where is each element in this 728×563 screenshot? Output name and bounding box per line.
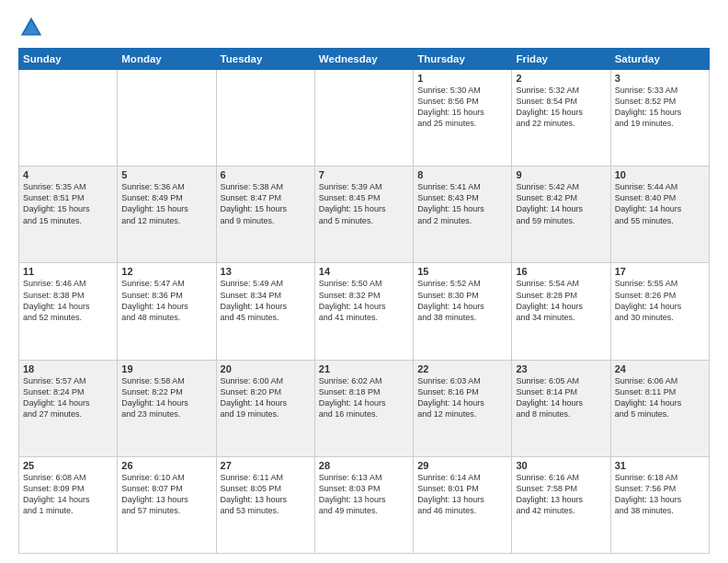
day-info: Sunrise: 5:49 AM Sunset: 8:34 PM Dayligh…	[221, 278, 311, 323]
calendar-cell: 10Sunrise: 5:44 AM Sunset: 8:40 PM Dayli…	[610, 167, 709, 263]
calendar-header-monday: Monday	[118, 49, 216, 70]
day-info: Sunrise: 5:32 AM Sunset: 8:54 PM Dayligh…	[516, 85, 606, 130]
day-info: Sunrise: 6:13 AM Sunset: 8:03 PM Dayligh…	[319, 472, 409, 517]
day-info: Sunrise: 6:16 AM Sunset: 7:58 PM Dayligh…	[516, 472, 606, 517]
calendar-cell: 24Sunrise: 6:06 AM Sunset: 8:11 PM Dayli…	[610, 360, 709, 456]
calendar-cell: 8Sunrise: 5:41 AM Sunset: 8:43 PM Daylig…	[414, 167, 512, 263]
calendar-cell: 4Sunrise: 5:35 AM Sunset: 8:51 PM Daylig…	[19, 167, 118, 263]
day-number: 26	[121, 460, 211, 471]
day-info: Sunrise: 6:18 AM Sunset: 7:56 PM Dayligh…	[615, 472, 705, 517]
calendar-week-row: 11Sunrise: 5:46 AM Sunset: 8:38 PM Dayli…	[19, 263, 710, 360]
day-info: Sunrise: 6:08 AM Sunset: 8:09 PM Dayligh…	[23, 472, 113, 517]
day-number: 2	[516, 73, 606, 84]
calendar-cell	[216, 70, 314, 167]
day-info: Sunrise: 5:57 AM Sunset: 8:24 PM Dayligh…	[23, 375, 113, 420]
day-number: 5	[121, 169, 211, 180]
day-info: Sunrise: 5:38 AM Sunset: 8:47 PM Dayligh…	[221, 181, 311, 226]
day-info: Sunrise: 5:36 AM Sunset: 8:49 PM Dayligh…	[121, 181, 211, 226]
day-info: Sunrise: 5:39 AM Sunset: 8:45 PM Dayligh…	[319, 181, 409, 226]
day-number: 31	[615, 460, 705, 471]
day-info: Sunrise: 6:02 AM Sunset: 8:18 PM Dayligh…	[319, 375, 409, 420]
day-info: Sunrise: 6:10 AM Sunset: 8:07 PM Dayligh…	[121, 472, 211, 517]
day-number: 27	[221, 460, 311, 471]
day-info: Sunrise: 5:54 AM Sunset: 8:28 PM Dayligh…	[516, 278, 606, 323]
header	[18, 15, 710, 40]
day-info: Sunrise: 5:35 AM Sunset: 8:51 PM Dayligh…	[23, 181, 113, 226]
calendar-cell: 20Sunrise: 6:00 AM Sunset: 8:20 PM Dayli…	[216, 360, 314, 456]
day-number: 20	[221, 363, 311, 374]
day-number: 25	[23, 460, 113, 471]
calendar-cell	[19, 70, 118, 167]
day-info: Sunrise: 6:11 AM Sunset: 8:05 PM Dayligh…	[221, 472, 311, 517]
calendar-cell: 7Sunrise: 5:39 AM Sunset: 8:45 PM Daylig…	[314, 167, 413, 263]
day-number: 28	[319, 460, 409, 471]
calendar-cell: 22Sunrise: 6:03 AM Sunset: 8:16 PM Dayli…	[414, 360, 512, 456]
day-info: Sunrise: 5:55 AM Sunset: 8:26 PM Dayligh…	[615, 278, 705, 323]
calendar-week-row: 18Sunrise: 5:57 AM Sunset: 8:24 PM Dayli…	[19, 360, 710, 456]
calendar-cell: 1Sunrise: 5:30 AM Sunset: 8:56 PM Daylig…	[414, 70, 512, 167]
calendar-cell: 29Sunrise: 6:14 AM Sunset: 8:01 PM Dayli…	[414, 456, 512, 553]
day-number: 13	[221, 266, 311, 277]
day-info: Sunrise: 6:00 AM Sunset: 8:20 PM Dayligh…	[221, 375, 311, 420]
day-number: 30	[516, 460, 606, 471]
calendar-cell: 30Sunrise: 6:16 AM Sunset: 7:58 PM Dayli…	[512, 456, 610, 553]
day-number: 15	[417, 266, 507, 277]
calendar-cell: 28Sunrise: 6:13 AM Sunset: 8:03 PM Dayli…	[314, 456, 413, 553]
calendar-cell: 18Sunrise: 5:57 AM Sunset: 8:24 PM Dayli…	[19, 360, 118, 456]
calendar-cell: 16Sunrise: 5:54 AM Sunset: 8:28 PM Dayli…	[512, 263, 610, 360]
calendar-header-row: SundayMondayTuesdayWednesdayThursdayFrid…	[19, 49, 710, 70]
day-info: Sunrise: 6:05 AM Sunset: 8:14 PM Dayligh…	[516, 375, 606, 420]
logo-icon	[18, 15, 44, 40]
calendar-week-row: 4Sunrise: 5:35 AM Sunset: 8:51 PM Daylig…	[19, 167, 710, 263]
calendar-cell: 21Sunrise: 6:02 AM Sunset: 8:18 PM Dayli…	[314, 360, 413, 456]
day-number: 21	[319, 363, 409, 374]
day-number: 12	[121, 266, 211, 277]
day-number: 9	[516, 169, 606, 180]
calendar-cell: 6Sunrise: 5:38 AM Sunset: 8:47 PM Daylig…	[216, 167, 314, 263]
day-number: 11	[23, 266, 113, 277]
day-number: 8	[417, 169, 507, 180]
calendar-cell: 23Sunrise: 6:05 AM Sunset: 8:14 PM Dayli…	[512, 360, 610, 456]
calendar-cell: 11Sunrise: 5:46 AM Sunset: 8:38 PM Dayli…	[19, 263, 118, 360]
calendar-header-tuesday: Tuesday	[216, 49, 314, 70]
calendar-cell: 13Sunrise: 5:49 AM Sunset: 8:34 PM Dayli…	[216, 263, 314, 360]
day-number: 24	[615, 363, 705, 374]
day-info: Sunrise: 5:41 AM Sunset: 8:43 PM Dayligh…	[417, 181, 507, 226]
calendar-header-saturday: Saturday	[610, 49, 709, 70]
day-number: 17	[615, 266, 705, 277]
day-number: 6	[221, 169, 311, 180]
day-info: Sunrise: 5:46 AM Sunset: 8:38 PM Dayligh…	[23, 278, 113, 323]
day-info: Sunrise: 5:44 AM Sunset: 8:40 PM Dayligh…	[615, 181, 705, 226]
day-info: Sunrise: 5:58 AM Sunset: 8:22 PM Dayligh…	[121, 375, 211, 420]
calendar-header-friday: Friday	[512, 49, 610, 70]
day-info: Sunrise: 5:52 AM Sunset: 8:30 PM Dayligh…	[417, 278, 507, 323]
day-info: Sunrise: 6:14 AM Sunset: 8:01 PM Dayligh…	[417, 472, 507, 517]
calendar-table: SundayMondayTuesdayWednesdayThursdayFrid…	[18, 48, 710, 554]
calendar-cell: 19Sunrise: 5:58 AM Sunset: 8:22 PM Dayli…	[118, 360, 216, 456]
calendar-cell: 14Sunrise: 5:50 AM Sunset: 8:32 PM Dayli…	[314, 263, 413, 360]
day-number: 7	[319, 169, 409, 180]
day-info: Sunrise: 6:03 AM Sunset: 8:16 PM Dayligh…	[417, 375, 507, 420]
day-number: 22	[417, 363, 507, 374]
day-number: 23	[516, 363, 606, 374]
calendar-cell	[118, 70, 216, 167]
day-number: 3	[615, 73, 705, 84]
calendar-cell: 27Sunrise: 6:11 AM Sunset: 8:05 PM Dayli…	[216, 456, 314, 553]
calendar-cell: 31Sunrise: 6:18 AM Sunset: 7:56 PM Dayli…	[610, 456, 709, 553]
calendar-cell: 12Sunrise: 5:47 AM Sunset: 8:36 PM Dayli…	[118, 263, 216, 360]
calendar-cell: 3Sunrise: 5:33 AM Sunset: 8:52 PM Daylig…	[610, 70, 709, 167]
day-number: 16	[516, 266, 606, 277]
day-number: 18	[23, 363, 113, 374]
calendar-cell: 26Sunrise: 6:10 AM Sunset: 8:07 PM Dayli…	[118, 456, 216, 553]
calendar-cell: 5Sunrise: 5:36 AM Sunset: 8:49 PM Daylig…	[118, 167, 216, 263]
day-info: Sunrise: 6:06 AM Sunset: 8:11 PM Dayligh…	[615, 375, 705, 420]
day-number: 29	[417, 460, 507, 471]
calendar-cell: 9Sunrise: 5:42 AM Sunset: 8:42 PM Daylig…	[512, 167, 610, 263]
calendar-cell: 25Sunrise: 6:08 AM Sunset: 8:09 PM Dayli…	[19, 456, 118, 553]
calendar-header-thursday: Thursday	[414, 49, 512, 70]
calendar-header-wednesday: Wednesday	[314, 49, 413, 70]
calendar-header-sunday: Sunday	[19, 49, 118, 70]
day-number: 1	[417, 73, 507, 84]
day-number: 10	[615, 169, 705, 180]
day-number: 4	[23, 169, 113, 180]
